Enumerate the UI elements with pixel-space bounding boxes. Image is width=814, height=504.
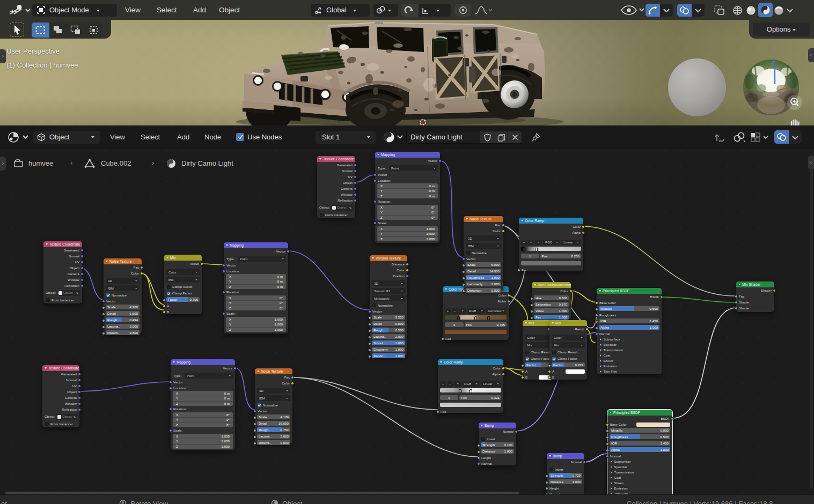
svg-text:Z: Z <box>772 60 775 65</box>
svg-text:X: X <box>787 86 790 91</box>
